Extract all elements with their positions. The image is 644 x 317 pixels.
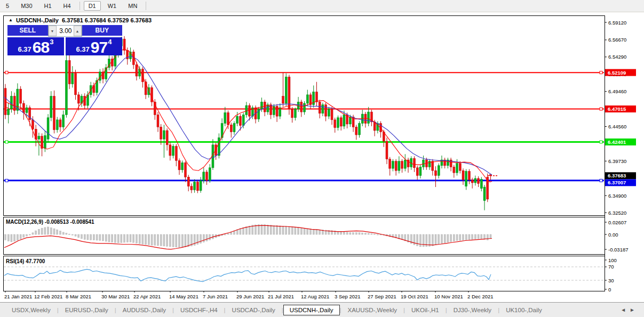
buy-price-button[interactable]: 6.37 97 4	[66, 37, 122, 55]
svg-text:6.42401: 6.42401	[608, 139, 626, 145]
price-axis-tick: 6.39730	[608, 158, 626, 164]
macd-axis-tick: 0.02607	[608, 220, 626, 225]
date-label: 12 Feb 2021	[34, 294, 62, 299]
buy-button[interactable]: BUY	[82, 25, 123, 37]
date-label: 21 Jul 2021	[268, 294, 294, 299]
rsi-axis-tick: 70	[608, 264, 614, 270]
svg-text:6.37007: 6.37007	[608, 180, 626, 185]
date-label: 27 Sep 2021	[368, 294, 396, 299]
rsi-indicator-label: RSI(14) 47.7700	[6, 258, 45, 264]
date-axis[interactable]: 21 Jan 202112 Feb 20218 Mar 202130 Mar 2…	[4, 291, 494, 299]
chart-tab-eurusd-daily[interactable]: EURUSD-,Daily	[59, 305, 115, 315]
date-label: 21 Jan 2021	[4, 294, 32, 299]
price-axis[interactable]: 6.591206.566706.542906.518406.494606.445…	[605, 16, 636, 292]
chart-tab-usdcnh-daily[interactable]: USDCNH-,Daily	[283, 305, 340, 315]
price-tag-6.37683: 6.37683	[605, 172, 636, 179]
date-label: 10 Nov 2021	[434, 294, 463, 299]
chart-tab-xauusd-weekly[interactable]: XAUUSD-,Weekly	[341, 305, 403, 315]
price-axis-tick: 6.59120	[608, 20, 626, 26]
timeframe-toolbar: 5M30H1H4D1W1MN	[0, 0, 644, 12]
one-click-trade-panel: SELL ▼ ▲ BUY 6.37 68 3 6.37 97 4	[7, 25, 122, 55]
price-tag-6.42401: 6.42401	[605, 139, 636, 145]
timeframe-button-h4[interactable]: H4	[59, 1, 76, 11]
macd-indicator-label: MACD(12,26,9) -0.008513 -0.008541	[6, 219, 94, 225]
date-label: 29 Jun 2021	[236, 294, 264, 299]
buy-price-prefix: 6.37	[76, 44, 90, 54]
hline-anchor[interactable]	[600, 108, 602, 110]
rsi-axis-tick: 0	[608, 287, 611, 292]
hline-anchor[interactable]	[5, 179, 8, 182]
chart-tab-usdx-weekly[interactable]: USDX,Weekly	[5, 305, 57, 315]
price-axis-tick: 6.56670	[608, 37, 626, 43]
price-axis-tick: 6.32520	[608, 210, 626, 216]
collapse-arrow-icon[interactable]: ▲	[9, 18, 13, 22]
svg-text:6.52109: 6.52109	[608, 70, 626, 76]
macd-axis-tick: 0.00	[608, 232, 618, 238]
sell-button[interactable]: SELL	[7, 25, 48, 37]
hline-anchor[interactable]	[5, 141, 8, 143]
price-tag-6.37007: 6.37007	[605, 179, 636, 186]
chart-ohlc-values: 6.37581 6.37684 6.37529 6.37683	[62, 17, 152, 23]
date-label: 12 Aug 2021	[301, 294, 329, 299]
chart-tab-audusd-daily[interactable]: AUDUSD-,Daily	[116, 305, 172, 315]
hline-anchor[interactable]	[600, 71, 602, 74]
hline-anchor[interactable]	[600, 179, 602, 182]
chart-symbol-title: USDCNH-,Daily	[16, 17, 59, 23]
timeframe-button-w1[interactable]: W1	[103, 1, 122, 11]
toolbar-separator	[79, 2, 80, 10]
svg-text:6.47015: 6.47015	[608, 106, 626, 112]
volume-decrease-button[interactable]: ▼	[49, 26, 57, 36]
sell-price-main: 68	[33, 40, 49, 54]
volume-increase-button[interactable]: ▲	[74, 26, 82, 36]
chart-header: ▲ USDCNH-,Daily 6.37581 6.37684 6.37529 …	[9, 17, 152, 23]
rsi-axis-tick: 30	[608, 278, 614, 283]
hline-anchor[interactable]	[600, 141, 602, 143]
timeframe-button-m30[interactable]: M30	[16, 1, 37, 11]
price-axis-tick: 6.54290	[608, 54, 626, 60]
volume-input[interactable]	[57, 26, 74, 36]
date-label: 14 May 2021	[169, 294, 198, 299]
price-axis-tick: 6.34900	[608, 193, 626, 199]
buy-price-main: 97	[91, 40, 107, 54]
sell-price-button[interactable]: 6.37 68 3	[7, 37, 64, 55]
tab-scroll-arrows[interactable]: ◄►	[621, 307, 639, 313]
buy-price-pip: 4	[108, 38, 112, 46]
price-tag-6.47015: 6.47015	[605, 105, 636, 112]
svg-text:6.37683: 6.37683	[608, 173, 626, 178]
chart-tab-dj30-weekly[interactable]: DJ30-,Weekly	[447, 305, 498, 315]
macd-axis-tick: -0.03187	[608, 247, 629, 253]
timeframe-button-d1[interactable]: D1	[84, 1, 101, 11]
volume-spinner: ▼ ▲	[48, 25, 82, 37]
chart-tab-uk100-daily[interactable]: UK100-,Daily	[499, 305, 548, 315]
timeframe-button-mn[interactable]: MN	[123, 1, 142, 11]
sell-price-pip: 3	[50, 38, 53, 46]
rsi-pane[interactable]	[4, 256, 605, 291]
timeframe-button-5[interactable]: 5	[1, 1, 14, 11]
chart-tab-usdcad-daily[interactable]: USDCAD-,Daily	[226, 305, 282, 315]
chart-tab-bar: USDX,Weekly|EURUSD-,Daily|AUDUSD-,Daily|…	[0, 302, 644, 317]
date-label: 19 Oct 2021	[401, 294, 428, 299]
date-label: 30 Mar 2021	[101, 294, 130, 299]
date-label: 2 Dec 2021	[467, 294, 494, 299]
chart-tab-usdchf-h4[interactable]: USDCHF-,H4	[174, 305, 224, 315]
chart-tab-ukoil-h1[interactable]: UKOil-,H1	[405, 305, 446, 315]
hline-anchor[interactable]	[5, 71, 8, 74]
date-label: 3 Sep 2021	[335, 294, 361, 299]
price-tag-6.52109: 6.52109	[605, 69, 636, 76]
rsi-axis-tick: 100	[608, 257, 617, 263]
toolbar-separator	[146, 2, 146, 10]
price-axis-tick: 6.44560	[608, 124, 626, 129]
date-label: 7 Jun 2021	[203, 294, 228, 299]
price-axis-tick: 6.49460	[608, 88, 626, 94]
timeframe-button-h1[interactable]: H1	[39, 1, 57, 11]
mt4-chart-window: { "toolbar": { "items": [ {"label": "5"}…	[0, 0, 644, 317]
date-label: 22 Apr 2021	[133, 294, 161, 299]
date-label: 8 Mar 2021	[66, 294, 91, 299]
sell-price-prefix: 6.37	[18, 44, 31, 54]
